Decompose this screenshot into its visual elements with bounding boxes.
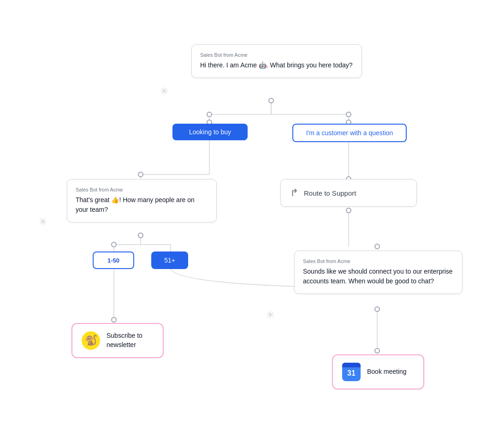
mailchimp-icon: 🐒	[82, 331, 100, 350]
bot3-card: Sales Bot from Acme Sounds like we shoul…	[294, 251, 462, 294]
bot1-card: Sales Bot from Acme Hi there. I am Acme …	[191, 44, 362, 78]
bot2-message: That's great 👍! How many people are on y…	[76, 195, 208, 215]
svg-point-21	[138, 172, 143, 177]
book-meeting-label: Book meeting	[367, 367, 407, 377]
customer-question-button[interactable]: I'm a customer with a question	[292, 124, 407, 142]
bot3-label: Sales Bot from Acme	[303, 258, 454, 264]
snowflake-icon-2: ✳	[39, 216, 47, 228]
snowflake-icon-3: ✳	[266, 309, 274, 321]
route-support-card: ↱ Route to Support	[280, 179, 417, 207]
svg-point-16	[269, 98, 273, 103]
bot2-label: Sales Bot from Acme	[76, 187, 208, 192]
svg-point-24	[112, 242, 116, 247]
team-small-button[interactable]: 1-50	[93, 251, 134, 269]
subscribe-card[interactable]: 🐒 Subscribe to newsletter	[71, 323, 164, 358]
looking-to-buy-button[interactable]: Looking to buy	[172, 124, 248, 140]
svg-point-28	[375, 307, 379, 311]
snowflake-icon-1: ✳	[160, 85, 168, 97]
svg-point-29	[375, 348, 379, 353]
bot1-message: Hi there. I am Acme 🤖. What brings you h…	[200, 60, 353, 70]
svg-point-23	[138, 233, 143, 238]
svg-point-26	[346, 208, 351, 213]
svg-point-17	[207, 112, 212, 117]
svg-point-25	[112, 317, 116, 322]
bot3-message: Sounds like we should connect you to our…	[303, 267, 454, 286]
calendar-icon: 31	[342, 363, 361, 381]
bot2-card: Sales Bot from Acme That's great 👍! How …	[67, 179, 217, 222]
svg-point-18	[346, 112, 351, 117]
book-meeting-card[interactable]: 31 Book meeting	[332, 354, 424, 389]
subscribe-label: Subscribe to newsletter	[107, 331, 154, 349]
svg-point-27	[375, 244, 379, 249]
route-support-label: Route to Support	[304, 189, 356, 197]
route-icon: ↱	[290, 187, 298, 199]
team-large-button[interactable]: 51+	[151, 251, 188, 269]
bot1-label: Sales Bot from Acme	[200, 52, 353, 58]
